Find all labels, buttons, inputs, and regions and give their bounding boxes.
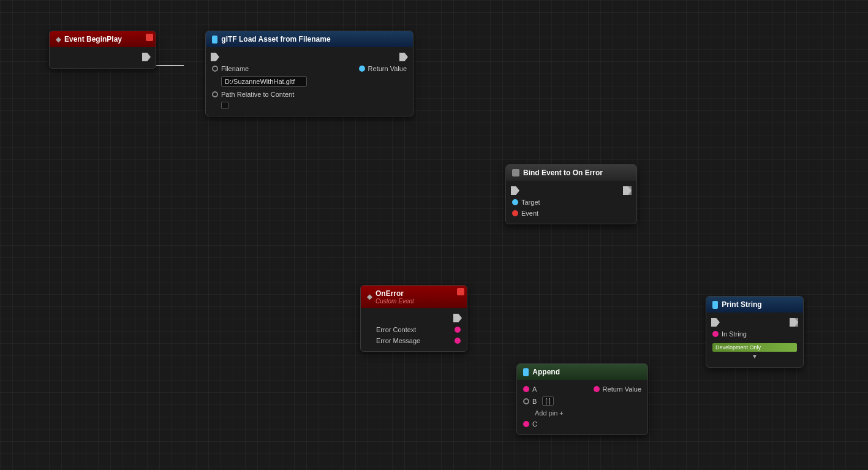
gltf-exec-out[interactable] [399,53,408,61]
onerror-icon: ◆ [367,293,372,301]
begin-play-icon: ◆ [56,36,61,44]
print-string-exec-in[interactable] [711,318,720,327]
gltf-return-pin[interactable] [359,66,365,72]
append-add-pin-button[interactable]: Add pin + [535,409,564,417]
onerror-title: OnError [376,289,414,298]
append-addpin-row: Add pin + [517,407,647,419]
append-c-label: C [532,420,537,428]
gltf-icon: f [212,36,217,44]
append-c-pin[interactable] [523,421,529,427]
append-icon: f [523,368,529,376]
node-bind-event: Bind Event to On Error Target Event [505,164,637,224]
gltf-title: gITF Load Asset from Filename [221,35,330,44]
onerror-corner [457,288,464,295]
gltf-checkbox-row [206,100,413,111]
node-append: f Append A Return Value B [:] Add pin + … [516,363,648,435]
append-title: Append [532,368,560,376]
gltf-filename-input[interactable] [221,76,307,87]
onerror-context-pin[interactable] [455,327,461,333]
print-string-chevron[interactable]: ▼ [712,353,797,360]
gltf-filename-label: Filename [221,65,249,72]
bind-event-target-pin[interactable] [512,199,518,205]
append-b-pin[interactable] [523,398,529,404]
canvas-background [0,0,868,470]
bind-event-event-row: Event [506,208,636,219]
print-string-exec-out[interactable] [790,318,798,327]
gltf-exec-row [206,51,413,63]
bind-event-exec-out[interactable] [623,186,632,195]
gltf-path-checkbox[interactable] [221,102,228,109]
begin-play-body [50,47,156,68]
append-header: f Append [517,364,647,380]
bind-event-icon [512,169,519,176]
bind-event-body: Target Event [506,181,636,224]
onerror-exec-out[interactable] [453,314,462,322]
gltf-filename-row: Filename Return Value [206,63,413,74]
begin-play-header: ◆ Event BeginPlay [50,31,156,47]
begin-play-title: Event BeginPlay [64,35,122,44]
onerror-context-row: Error Context [361,324,467,335]
begin-play-exec-row [50,51,156,63]
print-string-in-row: In String [706,328,803,339]
append-body: A Return Value B [:] Add pin + C [517,380,647,434]
append-a-row: A Return Value [517,384,647,395]
bind-event-title: Bind Event to On Error [523,169,603,177]
gltf-path-row: Path Relative to Content [206,89,413,100]
onerror-message-row: Error Message [361,335,467,346]
onerror-context-label: Error Context [376,326,416,333]
append-a-label: A [532,385,537,393]
onerror-body: Error Context Error Message [361,308,467,351]
onerror-titles: OnError Custom Event [376,289,414,305]
bind-event-exec-in[interactable] [511,186,519,195]
append-return-label: Return Value [603,385,641,393]
bind-event-exec-row [506,184,636,197]
onerror-subtitle: Custom Event [376,298,414,305]
gltf-path-label: Path Relative to Content [221,91,294,98]
append-b-row: B [:] [517,395,647,407]
print-string-in-pin[interactable] [712,331,719,337]
begin-play-corner [146,34,153,41]
begin-play-exec-out[interactable] [142,53,151,61]
onerror-message-pin[interactable] [455,338,461,344]
gltf-header: f gITF Load Asset from Filename [206,31,413,47]
print-string-dev-only-badge: Development Only [712,343,797,352]
append-b-value: [:] [542,396,553,406]
onerror-header: ◆ OnError Custom Event [361,286,467,308]
node-print-string: f Print String In String Development Onl… [706,296,804,368]
gltf-path-pin[interactable] [212,91,218,97]
node-gltf: f gITF Load Asset from Filename Filename… [205,31,413,116]
append-b-label: B [532,398,537,405]
onerror-message-label: Error Message [376,337,420,344]
gltf-return-label: Return Value [368,65,407,72]
print-string-icon: f [712,301,718,309]
print-string-title: Print String [722,300,761,309]
print-string-in-label: In String [722,330,747,338]
append-a-pin[interactable] [523,386,529,392]
append-return-pin[interactable] [594,386,600,392]
append-c-row: C [517,419,647,430]
onerror-exec-row [361,312,467,324]
bind-event-event-label: Event [521,210,538,217]
gltf-filename-input-row [206,74,413,89]
node-begin-play: ◆ Event BeginPlay [49,31,156,69]
print-string-body: In String Development Only ▼ [706,313,803,367]
bind-event-target-label: Target [521,199,540,206]
gltf-filename-pin[interactable] [212,66,218,72]
print-string-dev-only-container: Development Only ▼ [706,339,803,362]
node-onerror: ◆ OnError Custom Event Error Context Err… [360,285,467,352]
gltf-exec-in[interactable] [211,53,219,61]
bind-event-header: Bind Event to On Error [506,165,636,181]
bind-event-target-row: Target [506,197,636,208]
bind-event-event-pin[interactable] [512,210,518,216]
print-string-header: f Print String [706,297,803,313]
gltf-body: Filename Return Value Path Relative to C… [206,47,413,116]
print-string-exec-row [706,316,803,328]
